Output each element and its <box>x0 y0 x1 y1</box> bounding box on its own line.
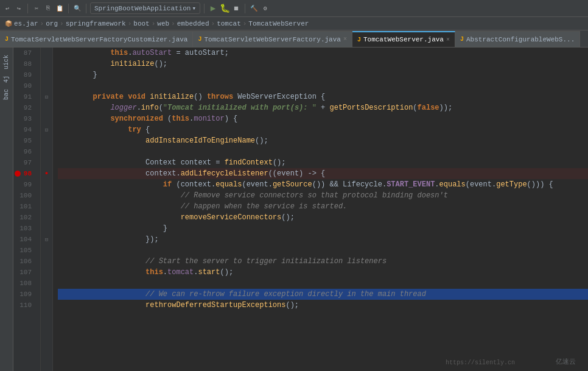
gutter-98: ● <box>41 168 52 179</box>
line-num-110: 110 <box>13 300 37 311</box>
tab-factory-icon: J <box>198 36 201 43</box>
debug-button[interactable]: 🐛 <box>220 4 229 13</box>
breadcrumb-embedded[interactable]: embedded <box>177 20 209 27</box>
sidebar-label-quick[interactable]: uick <box>2 52 11 72</box>
gutter-95 <box>41 135 52 146</box>
breadcrumb-web-label: web <box>157 20 169 27</box>
breadcrumb-boot[interactable]: boot <box>133 20 149 27</box>
code-line-106: // Start the server to trigger initializ… <box>58 256 588 267</box>
breadcrumb-tomcatwebserver[interactable]: TomcatWebServer <box>248 20 309 27</box>
tab-factory-label: TomcatServletWebServerFactory.java <box>204 36 340 43</box>
code-line-89: } <box>58 69 588 80</box>
project-selector[interactable]: SpringBootWebApplication ▾ <box>90 2 200 14</box>
code-line-109: // We can re-throw failure exception dir… <box>58 289 588 300</box>
gutter-97 <box>41 157 52 168</box>
gutter-104[interactable]: ⊟ <box>41 234 52 245</box>
breadcrumb-org[interactable]: org <box>46 20 58 27</box>
breadcrumb-jar[interactable]: 📦 es.jar <box>5 20 38 27</box>
breadcrumb-sep-1: › <box>40 20 44 27</box>
code-line-107: this.tomcat.start(); <box>58 267 588 278</box>
line-num-99: 99 <box>13 179 37 190</box>
code-line-88: initialize(); <box>58 58 588 69</box>
code-content[interactable]: this.autoStart = autoStart; initialize()… <box>53 48 588 371</box>
toolbar: ↩ ↪ ✂ ⎘ 📋 🔍 SpringBootWebApplication ▾ ▶… <box>0 0 588 17</box>
watermark-url: https://silently.cn <box>446 359 515 366</box>
redo-icon[interactable]: ↪ <box>14 4 24 13</box>
cut-icon[interactable]: ✂ <box>32 4 41 13</box>
tab-factory[interactable]: J TomcatServletWebServerFactory.java × <box>193 31 352 47</box>
tab-customizer-icon: J <box>5 36 9 43</box>
breadcrumb-boot-label: boot <box>133 20 149 27</box>
gutter-94[interactable]: ⊟ <box>41 124 52 135</box>
gutter-96 <box>41 146 52 157</box>
undo-icon[interactable]: ↩ <box>2 4 12 13</box>
left-panel: uick 4j bac <box>0 48 13 371</box>
find-icon[interactable]: 🔍 <box>72 4 82 13</box>
breadcrumb-sep-7: › <box>243 20 247 27</box>
gutter-91[interactable]: ⊟ <box>41 91 52 102</box>
breadcrumb-sep-4: › <box>152 20 156 27</box>
toolbar-separator-1 <box>27 4 28 13</box>
line-num-96: 96 <box>13 146 37 157</box>
tab-abstract[interactable]: J AbstractConfigurableWebS... <box>455 31 580 47</box>
gutter-107 <box>41 267 52 278</box>
breadcrumb-springframework[interactable]: springframework <box>66 20 126 27</box>
code-line-96 <box>58 146 588 157</box>
breadcrumb: 📦 es.jar › org › springframework › boot … <box>0 17 588 30</box>
line-num-103: 103 <box>13 223 37 234</box>
breadcrumb-web[interactable]: web <box>157 20 169 27</box>
settings-icon[interactable]: ⚙ <box>261 4 270 13</box>
gutter-101 <box>41 201 52 212</box>
code-line-93: synchronized (this.monitor) { <box>58 113 588 124</box>
gutter-106 <box>41 256 52 267</box>
code-line-87: this.autoStart = autoStart; <box>58 48 588 58</box>
gutter-87 <box>41 48 52 58</box>
run-button[interactable]: ▶ <box>208 4 218 13</box>
breadcrumb-sep-6: › <box>211 20 215 27</box>
code-line-90 <box>58 80 588 91</box>
breadcrumb-sep-3: › <box>128 20 132 27</box>
gutter-90 <box>41 80 52 91</box>
build-icon[interactable]: 🔨 <box>249 4 259 13</box>
line-numbers: 87 88 89 90 91 92 93 94 95 96 97 98 99 1… <box>13 48 41 371</box>
tab-factory-close[interactable]: × <box>343 36 347 43</box>
tab-tomcatwebserver-icon: J <box>357 37 361 43</box>
gutter-89 <box>41 69 52 80</box>
stop-button[interactable]: ⏹ <box>231 4 241 13</box>
line-num-94: 94 <box>13 124 37 135</box>
code-line-92: logger.info("Tomcat initialized with por… <box>58 102 588 113</box>
gutter-108 <box>41 278 52 289</box>
line-num-95: 95 <box>13 135 37 146</box>
line-num-102: 102 <box>13 212 37 223</box>
line-num-89: 89 <box>13 69 37 80</box>
copy-icon[interactable]: ⎘ <box>43 4 53 13</box>
breadcrumb-tomcat[interactable]: tomcat <box>217 20 241 27</box>
watermark-brand: 亿速云 <box>556 357 576 366</box>
gutter-93 <box>41 113 52 124</box>
gutter-103 <box>41 223 52 234</box>
gutter-102 <box>41 212 52 223</box>
project-name: SpringBootWebApplication <box>94 5 191 12</box>
code-area: 87 88 89 90 91 92 93 94 95 96 97 98 99 1… <box>13 48 588 371</box>
line-num-106: 106 <box>13 256 37 267</box>
tab-abstract-label: AbstractConfigurableWebS... <box>466 36 575 43</box>
code-line-98: context.addLifecycleListener((event) -> … <box>58 168 588 179</box>
tab-tomcatwebserver-label: TomcatWebServer.java <box>363 36 444 43</box>
paste-icon[interactable]: 📋 <box>55 4 65 13</box>
line-num-100: 100 <box>13 190 37 201</box>
tab-customizer[interactable]: J TomcatServletWebServerFactoryCustomize… <box>0 31 193 47</box>
code-line-110: rethrowDeferredStartupExceptions(); <box>58 300 588 311</box>
jar-icon: 📦 <box>5 20 12 27</box>
gutter-100 <box>41 190 52 201</box>
tabs-bar: J TomcatServletWebServerFactoryCustomize… <box>0 30 588 48</box>
sidebar-label-bac[interactable]: bac <box>2 87 11 102</box>
breadcrumb-sep-5: › <box>171 20 175 27</box>
sidebar-label-4j[interactable]: 4j <box>2 73 11 85</box>
breadcrumb-sep-2: › <box>60 20 64 27</box>
code-line-102: removeServiceConnectors(); <box>58 212 588 223</box>
tab-tomcatwebserver[interactable]: J TomcatWebServer.java × <box>352 31 455 47</box>
code-line-95: addInstanceIdToEngineName(); <box>58 135 588 146</box>
tab-tomcatwebserver-close[interactable]: × <box>446 37 450 43</box>
toolbar-separator-4 <box>204 4 205 13</box>
gutter-92 <box>41 102 52 113</box>
